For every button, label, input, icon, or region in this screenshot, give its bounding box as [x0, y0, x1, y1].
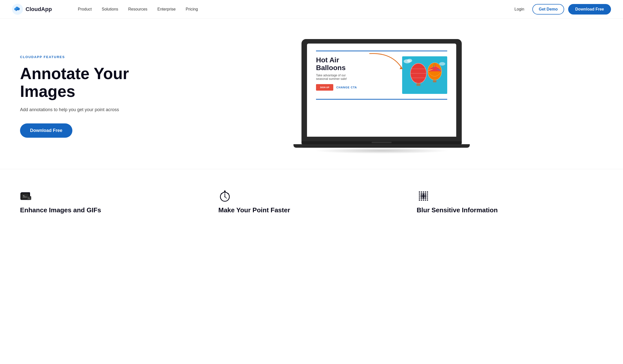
svg-point-55: [421, 200, 422, 201]
hero-image: Hot Air Balloons Take advantage of our s…: [160, 39, 603, 154]
screen-balloon-image: [402, 56, 447, 94]
svg-rect-12: [433, 80, 436, 82]
nav-link-solutions[interactable]: Solutions: [98, 5, 122, 14]
laptop-bottom: [301, 137, 462, 141]
svg-point-48: [427, 196, 428, 197]
feature-item-blur: Blur Sensitive Information: [417, 189, 603, 214]
features-grid: Enhance Images and GIFs: [20, 189, 603, 214]
screen-divider-top: [316, 51, 447, 51]
screen-change-cta: CHANGE CTA: [336, 86, 357, 89]
svg-point-50: [421, 197, 422, 199]
laptop-base: [293, 144, 470, 148]
svg-point-47: [425, 195, 426, 197]
svg-point-38: [427, 192, 428, 193]
hero-subtitle: Add annotations to help you get your poi…: [20, 106, 150, 113]
screen-subtext: Take advantage of our seasonal summer sa…: [316, 74, 397, 81]
svg-point-49: [419, 198, 420, 199]
svg-point-34: [419, 192, 420, 193]
svg-rect-29: [221, 193, 222, 194]
feature-title-blur: Blur Sensitive Information: [417, 206, 603, 214]
image-stack-icon: [20, 189, 33, 202]
screen-content: Hot Air Balloons Take advantage of our s…: [307, 44, 456, 137]
feature-title-enhance: Enhance Images and GIFs: [20, 206, 206, 214]
nav-download-button[interactable]: Download Free: [568, 4, 611, 15]
svg-point-44: [419, 196, 420, 197]
svg-point-58: [427, 200, 428, 201]
laptop-outer: Hot Air Balloons Take advantage of our s…: [301, 39, 462, 137]
svg-point-39: [419, 194, 420, 195]
svg-point-35: [421, 192, 422, 193]
get-demo-button[interactable]: Get Demo: [532, 4, 564, 15]
svg-rect-28: [224, 190, 225, 192]
svg-point-56: [423, 200, 424, 201]
svg-rect-30: [227, 193, 229, 194]
logo-link[interactable]: CloudApp: [12, 4, 52, 15]
svg-point-54: [419, 200, 420, 201]
svg-point-45: [421, 195, 422, 197]
screen-headline-line1: Hot Air: [316, 56, 339, 64]
logo-icon: [12, 4, 23, 15]
nav-link-product[interactable]: Product: [74, 5, 96, 14]
screen-signup-btn: SIGN UP: [316, 84, 333, 91]
svg-point-33: [224, 196, 225, 197]
laptop-hinge: [301, 141, 462, 144]
svg-point-53: [427, 198, 428, 199]
svg-point-41: [423, 193, 424, 195]
blur-icon: [417, 189, 430, 202]
feature-item-faster: Make Your Point Faster: [218, 189, 405, 214]
screen-headline: Hot Air Balloons: [316, 56, 397, 72]
svg-point-37: [425, 192, 426, 193]
svg-point-57: [425, 200, 426, 201]
feature-title-faster: Make Your Point Faster: [218, 206, 405, 214]
svg-point-16: [407, 59, 412, 62]
nav-right: Login Get Demo Download Free: [511, 4, 611, 15]
svg-point-43: [427, 194, 428, 195]
nav-link-pricing[interactable]: Pricing: [182, 5, 202, 14]
screen-divider-bottom: [316, 99, 447, 100]
svg-point-51: [423, 197, 424, 199]
nav-links: Product Solutions Resources Enterprise P…: [62, 0, 214, 19]
hero-title: Annotate Your Images: [20, 65, 150, 100]
svg-point-17: [439, 62, 445, 66]
hero-content: CLOUDAPP FEATURES Annotate Your Images A…: [20, 55, 150, 138]
nav-link-resources[interactable]: Resources: [124, 5, 151, 14]
svg-point-22: [23, 195, 24, 197]
screen-headline-line2: Balloons: [316, 64, 346, 72]
screen-body: Hot Air Balloons Take advantage of our s…: [316, 56, 447, 94]
login-button[interactable]: Login: [511, 5, 528, 14]
hero-download-button[interactable]: Download Free: [20, 123, 72, 138]
svg-rect-7: [416, 83, 420, 86]
nav-link-enterprise[interactable]: Enterprise: [153, 5, 180, 14]
laptop-shadow: [314, 148, 450, 154]
svg-point-42: [425, 193, 426, 195]
hero-eyebrow: CLOUDAPP FEATURES: [20, 55, 150, 59]
features-section: Enhance Images and GIFs: [0, 169, 623, 229]
svg-point-40: [421, 193, 422, 195]
nav-left: CloudApp Product Solutions Resources Ent…: [12, 0, 214, 19]
hero-section: CLOUDAPP FEATURES Annotate Your Images A…: [0, 19, 623, 169]
brand-name: CloudApp: [26, 6, 52, 13]
svg-point-52: [425, 197, 426, 199]
laptop-illustration: Hot Air Balloons Take advantage of our s…: [301, 39, 462, 154]
svg-point-36: [423, 192, 424, 193]
stopwatch-icon: [218, 189, 231, 202]
feature-item-enhance: Enhance Images and GIFs: [20, 189, 206, 214]
balloon-svg: [402, 56, 447, 94]
svg-point-25: [28, 197, 29, 198]
svg-point-46: [422, 195, 425, 197]
screen-cta-area: SIGN UP CHANGE CTA: [316, 84, 397, 91]
laptop-screen: Hot Air Balloons Take advantage of our s…: [307, 44, 456, 137]
navbar: CloudApp Product Solutions Resources Ent…: [0, 0, 623, 19]
screen-text-area: Hot Air Balloons Take advantage of our s…: [316, 56, 397, 91]
